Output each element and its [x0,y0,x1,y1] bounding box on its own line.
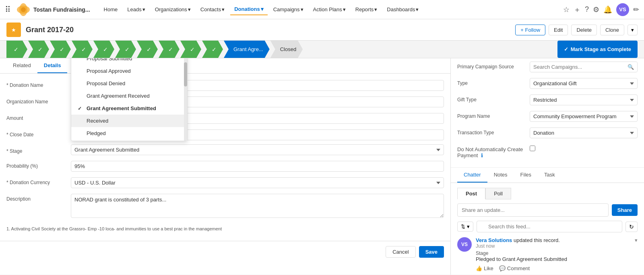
dropdown-scroll[interactable]: Proposal Submitted Proposal Approved Pro… [71,58,187,141]
right-row-type: Type Organizational Gift [457,78,638,89]
dropdown-scrollbar[interactable] [184,58,187,141]
gift-type-select[interactable]: Restricted [530,94,638,105]
delete-button[interactable]: Delete [571,25,597,35]
stage-8[interactable]: ✓ [159,41,180,58]
dropdown-item-received[interactable]: Received Received [71,115,187,127]
cancel-button[interactable]: Cancel [386,246,415,258]
nav-organizations[interactable]: Organizations ▾ [151,4,195,15]
tab-task[interactable]: Task [538,168,561,183]
chatter-body: Post Poll Share ⇅ ▾ 🔍 ↻ V [451,183,644,275]
campaign-search-icon[interactable]: 🔍 [627,64,634,70]
tab-related[interactable]: Related [6,58,37,73]
stage-10[interactable]: ✓ [202,41,223,58]
gift-type-label: Gift Type [457,94,530,103]
stage-select[interactable]: Grant Agreement Submitted [71,144,444,155]
nav-contacts[interactable]: Contacts ▾ [196,4,229,15]
stage-6[interactable]: ✓ [115,41,136,58]
tab-chatter[interactable]: Chatter [457,168,487,183]
dropdown-item-proposal-denied[interactable]: Proposal Denied [71,77,187,90]
stage-9[interactable]: ✓ [180,41,201,58]
comment-button[interactable]: 💬 Comment [499,265,530,271]
no-payment-info-icon[interactable]: ℹ [481,152,483,158]
nav-donations[interactable]: Donations ▾ [230,4,268,15]
share-button[interactable]: Share [612,204,638,216]
org-name-label: Organization Name [6,96,71,105]
campaign-search-input[interactable] [530,62,637,72]
settings-icon[interactable]: ⚙ [593,5,599,14]
program-name-select[interactable]: Community Empowerment Program [530,111,638,122]
stage-grant-agreement[interactable]: Grant Agre... [224,41,270,58]
like-icon: 👍 [476,265,482,271]
stage-4[interactable]: ✓ [72,41,93,58]
top-navigation: ⠿ Tostan Fundraising... Home Leads ▾ Org… [0,0,644,19]
stage-3[interactable]: ✓ [50,41,71,58]
stage-closed[interactable]: Closed [270,41,303,58]
type-select[interactable]: Organizational Gift [530,78,638,89]
no-payment-field [530,144,638,152]
more-actions-button[interactable]: ▾ [627,25,638,35]
chatter-sort-button[interactable]: ⇅ ▾ [457,222,473,232]
mark-stage-complete-button[interactable]: ✓ Mark Stage as Complete [557,41,638,58]
tab-notes[interactable]: Notes [487,168,514,183]
nav-reports[interactable]: Reports ▾ [351,4,382,15]
nav-dashboards[interactable]: Dashboards ▾ [383,4,423,15]
stage-7[interactable]: ✓ [137,41,158,58]
currency-select[interactable]: USD - U.S. Dollar [71,177,444,188]
currency-label: * Donation Currency [6,177,71,185]
dropdown-item-pledged[interactable]: Pledged [71,127,187,140]
edit-page-icon[interactable]: ✏ [633,5,639,14]
description-field: NORAD grant is constituted of 3 parts... [71,194,444,219]
feed-author[interactable]: Vera Solutions [476,237,512,243]
edit-button[interactable]: Edit [549,25,568,35]
chatter-refresh-button[interactable]: ↻ [625,222,638,232]
stage-2[interactable]: ✓ [28,41,49,58]
feed-avatar: VS [457,237,472,252]
tab-files[interactable]: Files [514,168,538,183]
right-row-transaction: Transaction Type Donation [457,127,638,138]
nav-home[interactable]: Home [100,4,122,15]
chatter-poll-tab[interactable]: Poll [485,188,511,199]
description-textarea[interactable]: NORAD grant is constituted of 3 parts... [71,194,444,218]
chatter-compose-input[interactable] [457,203,609,217]
feed-time: Just now [476,243,638,249]
dropdown-scrollbar-thumb[interactable] [184,62,187,86]
dropdown-item-not-received[interactable]: Not Received [71,140,187,141]
chatter-post-tab[interactable]: Post [457,188,485,199]
org-name: Tostan Fundraising... [33,6,90,13]
form-actions: Cancel Save [0,241,450,263]
nav-action-plans[interactable]: Action Plans ▾ [309,4,350,15]
save-button[interactable]: Save [419,246,444,258]
nav-leads[interactable]: Leads ▾ [123,4,149,15]
left-tabs: Related Details [0,58,450,74]
app-launcher-icon[interactable]: ⠿ [5,5,11,14]
no-payment-checkbox[interactable] [530,146,535,151]
chatter-compose: Share [457,203,638,217]
tab-details[interactable]: Details [37,58,68,73]
dropdown-item-proposal-approved[interactable]: Proposal Approved [71,65,187,77]
primary-campaign-field: 🔍 [530,62,638,72]
follow-button[interactable]: + Follow [515,25,545,35]
stage-1[interactable]: ✓ [6,41,27,58]
dropdown-item-grant-agreement-submitted[interactable]: ✓ Grant Agreement Submitted [71,102,187,115]
right-row-no-payment: Do Not Automatically Create Payment ℹ [457,144,638,158]
chatter-search-input[interactable] [477,221,622,232]
like-button[interactable]: 👍 Like [476,265,493,271]
notifications-icon[interactable]: 🔔 [603,5,612,14]
dropdown-item-proposal-submitted[interactable]: Proposal Submitted [71,58,187,65]
feed-item: VS Vera Solutions updated this record. ▾… [457,237,638,275]
favorites-icon[interactable]: ☆ [563,5,570,14]
program-name-field: Community Empowerment Program [530,111,638,122]
dropdown-item-grant-agreement-received[interactable]: Grant Agreement Received [71,90,187,102]
add-icon[interactable]: ＋ [574,5,581,14]
probability-input[interactable] [71,161,444,172]
help-icon[interactable]: ? [585,5,589,14]
stage-5[interactable]: ✓ [93,41,114,58]
user-avatar[interactable]: VS [616,3,629,16]
feed-action: updated this record. [514,237,560,243]
chatter-toolbar: ⇅ ▾ 🔍 ↻ [457,221,638,232]
clone-button[interactable]: Clone [600,25,624,35]
nav-campaigns[interactable]: Campaigns ▾ [269,4,308,15]
feed-options-icon[interactable]: ▾ [635,237,638,243]
probability-label: Probability (%) [6,161,71,169]
transaction-type-select[interactable]: Donation [530,127,638,138]
